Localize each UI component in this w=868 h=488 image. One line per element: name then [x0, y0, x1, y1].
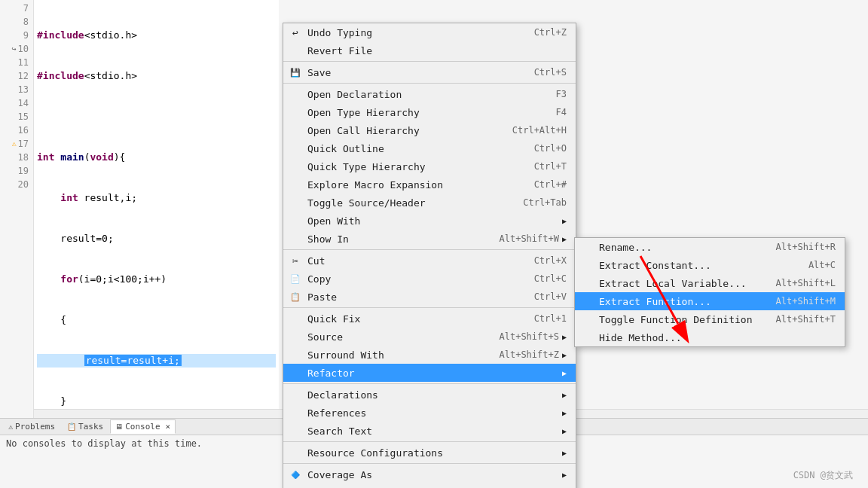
menu-source[interactable]: Source Alt+Shift+S ▶	[283, 328, 576, 346]
tab-tasks[interactable]: 📋 Tasks	[62, 419, 108, 434]
csdn-watermark: CSDN @贫文武	[793, 469, 853, 482]
explore-macro-shortcut: Ctrl+#	[534, 179, 567, 190]
menu-surround-with[interactable]: Surround With Alt+Shift+Z ▶	[283, 346, 576, 364]
declarations-label: Declarations	[307, 389, 559, 401]
menu-run-as[interactable]: ▶ Run As ▶	[283, 483, 576, 488]
code-line-8: #include<stdio.h>	[37, 69, 276, 83]
menu-extract-function[interactable]: Extract Function... Alt+Shift+M	[575, 292, 845, 310]
copy-icon: 📄	[289, 273, 301, 285]
menu-coverage-as[interactable]: 🔷 Coverage As ▶	[283, 465, 576, 483]
line-17: ⚠17	[0, 137, 33, 151]
toggle-source-label: Toggle Source/Header	[307, 197, 508, 209]
menu-references[interactable]: References ▶	[283, 404, 576, 422]
menu-extract-local-variable[interactable]: Extract Local Variable... Alt+Shift+L	[575, 274, 845, 292]
menu-paste[interactable]: 📋 Paste Ctrl+V	[283, 288, 576, 306]
code-line-12: result=0;	[37, 232, 276, 246]
toggle-function-definition-label: Toggle Function Definition	[599, 314, 761, 325]
menu-search-text[interactable]: Search Text ▶	[283, 422, 576, 440]
refactor-label: Refactor	[307, 368, 559, 379]
show-in-label: Show In	[307, 233, 484, 245]
menu-open-with[interactable]: Open With ▶	[283, 212, 576, 230]
open-declaration-shortcut: F3	[556, 89, 567, 99]
menu-open-call-hierarchy[interactable]: Open Call Hierarchy Ctrl+Alt+H	[283, 121, 576, 139]
menu-cut[interactable]: ✂ Cut Ctrl+X	[283, 252, 576, 270]
problems-icon: ⚠	[8, 422, 13, 431]
menu-hide-method[interactable]: Hide Method...	[575, 328, 845, 346]
code-line-14: {	[37, 313, 276, 327]
copy-label: Copy	[307, 273, 519, 285]
quick-outline-label: Quick Outline	[307, 143, 519, 154]
menu-refactor[interactable]: Refactor ▶	[283, 364, 576, 382]
rename-shortcut: Alt+Shift+R	[776, 242, 836, 252]
save-shortcut: Ctrl+S	[534, 67, 567, 78]
toggle-source-shortcut: Ctrl+Tab	[523, 197, 567, 208]
resource-config-label: Resource Configurations	[307, 447, 559, 459]
menu-toggle-function-definition[interactable]: Toggle Function Definition Alt+Shift+T	[575, 310, 845, 328]
line-numbers: 7 8 9 ↪10 11 12 13 14 15 16 ⚠17 18 19 20	[0, 0, 34, 418]
code-line-13: for(i=0;i<100;i++)	[37, 273, 276, 286]
surround-with-shortcut: Alt+Shift+Z	[499, 349, 558, 360]
surround-with-arrow: ▶	[562, 351, 567, 359]
undo-shortcut: Ctrl+Z	[534, 27, 567, 38]
source-label: Source	[307, 331, 484, 343]
menu-undo-typing[interactable]: ↩ Undo Typing Ctrl+Z	[283, 23, 576, 41]
extract-constant-label: Extract Constant...	[599, 260, 793, 271]
menu-revert-file[interactable]: Revert File	[283, 41, 576, 59]
menu-quick-outline[interactable]: Quick Outline Ctrl+O	[283, 139, 576, 157]
menu-quick-type-hierarchy[interactable]: Quick Type Hierarchy Ctrl+T	[283, 157, 576, 175]
references-arrow: ▶	[562, 409, 567, 417]
menu-open-type-hierarchy[interactable]: Open Type Hierarchy F4	[283, 103, 576, 121]
source-shortcut: Alt+Shift+S	[499, 331, 558, 342]
open-with-arrow: ▶	[562, 217, 567, 225]
hide-method-label: Hide Method...	[599, 332, 836, 343]
undo-icon: ↩	[289, 26, 301, 38]
menu-quick-fix[interactable]: Quick Fix Ctrl+1	[283, 310, 576, 328]
menu-show-in[interactable]: Show In Alt+Shift+W ▶	[283, 230, 576, 248]
extract-constant-shortcut: Alt+C	[808, 260, 836, 270]
menu-rename[interactable]: Rename... Alt+Shift+R	[575, 238, 845, 256]
menu-open-declaration[interactable]: Open Declaration F3	[283, 85, 576, 103]
line-10: ↪10	[0, 42, 33, 56]
menu-toggle-source[interactable]: Toggle Source/Header Ctrl+Tab	[283, 194, 576, 212]
coverage-icon: 🔷	[289, 468, 301, 480]
close-console-button[interactable]: ×	[166, 422, 171, 432]
menu-copy[interactable]: 📄 Copy Ctrl+C	[283, 270, 576, 288]
separator-2	[283, 83, 576, 84]
line-12: 12	[0, 69, 33, 83]
line-18: 18	[0, 151, 33, 164]
watermark-text: CSDN @贫文武	[793, 470, 853, 480]
menu-declarations[interactable]: Declarations ▶	[283, 386, 576, 404]
menu-explore-macro[interactable]: Explore Macro Expansion Ctrl+#	[283, 175, 576, 194]
cut-shortcut: Ctrl+X	[534, 255, 567, 266]
console-message: No consoles to display at this time.	[6, 438, 202, 449]
menu-extract-constant[interactable]: Extract Constant... Alt+C	[575, 256, 845, 274]
tab-console[interactable]: 🖥 Console ×	[110, 419, 176, 434]
extract-function-shortcut: Alt+Shift+M	[776, 296, 836, 307]
quick-type-hierarchy-label: Quick Type Hierarchy	[307, 161, 519, 172]
cut-icon: ✂	[289, 255, 301, 267]
tab-problems-label: Problems	[15, 422, 55, 432]
quick-fix-shortcut: Ctrl+1	[534, 313, 567, 324]
line-11: 11	[0, 56, 33, 69]
refactor-arrow: ▶	[562, 369, 567, 377]
menu-resource-config[interactable]: Resource Configurations ▶	[283, 444, 576, 462]
line-13: 13	[0, 83, 33, 96]
tasks-icon: 📋	[67, 422, 76, 431]
code-line-9	[37, 110, 276, 124]
line-15: 15	[0, 110, 33, 124]
open-call-hierarchy-label: Open Call Hierarchy	[307, 125, 497, 136]
tab-problems[interactable]: ⚠ Problems	[3, 419, 60, 434]
show-in-shortcut: Alt+Shift+W	[499, 233, 558, 244]
line-14: 14	[0, 96, 33, 110]
menu-undo-typing-label: Undo Typing	[307, 27, 519, 38]
search-text-label: Search Text	[307, 425, 559, 437]
separator-7	[283, 463, 576, 464]
context-menu-main: ↩ Undo Typing Ctrl+Z Revert File 💾 Save …	[283, 23, 576, 488]
code-line-10: int main(void){	[37, 151, 276, 164]
menu-save-label: Save	[307, 67, 519, 78]
references-label: References	[307, 407, 559, 419]
menu-save[interactable]: 💾 Save Ctrl+S	[283, 63, 576, 81]
context-menu-refactor: Rename... Alt+Shift+R Extract Constant..…	[574, 237, 845, 347]
separator-6	[283, 441, 576, 442]
open-call-hierarchy-shortcut: Ctrl+Alt+H	[512, 125, 567, 136]
